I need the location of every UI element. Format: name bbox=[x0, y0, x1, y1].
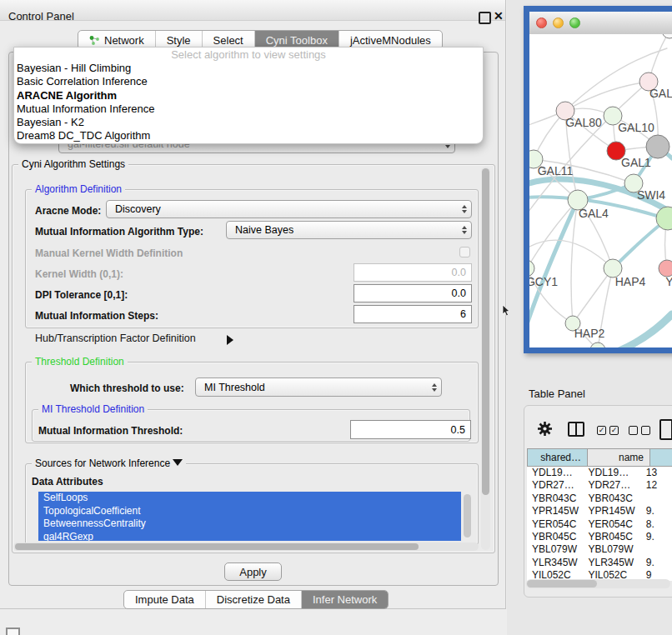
mi-type-label: Mutual Information Algorithm Type: bbox=[35, 226, 203, 238]
table-row[interactable]: YDR27…YDR27…12 bbox=[527, 479, 672, 492]
data-attribute-item[interactable]: SelfLoops bbox=[38, 492, 461, 505]
network-window-titlebar[interactable] bbox=[529, 12, 672, 35]
algorithm-option[interactable]: Dream8 DC_TDC Algorithm bbox=[14, 129, 483, 142]
data-attribute-item[interactable]: BetweennessCentrality bbox=[38, 518, 461, 531]
control-panel-titlebar[interactable] bbox=[0, 0, 505, 21]
network-icon bbox=[89, 35, 100, 46]
network-edge[interactable] bbox=[565, 82, 649, 111]
table-cell: YPR145W bbox=[527, 505, 583, 518]
table-row[interactable]: YBL079WYBL079W bbox=[527, 543, 672, 556]
tab-discretize-data[interactable]: Discretize Data bbox=[206, 591, 302, 608]
table-cell: YPR145W bbox=[583, 505, 640, 518]
table-panel-title: Table Panel bbox=[529, 388, 585, 400]
expand-arrow-icon[interactable] bbox=[227, 332, 233, 347]
unchecked-box-icon[interactable] bbox=[629, 426, 638, 435]
network-node-y[interactable] bbox=[659, 260, 672, 277]
tab-label: Style bbox=[167, 34, 191, 47]
panel-title: Control Panel bbox=[8, 10, 74, 22]
minimized-panel-icon[interactable] bbox=[6, 628, 20, 635]
mi-threshold-field[interactable]: 0.5 bbox=[350, 420, 471, 439]
table-cell: 12 bbox=[641, 479, 672, 492]
tab-label: Infer Network bbox=[313, 593, 377, 606]
network-node[interactable] bbox=[590, 342, 605, 348]
algorithm-option[interactable]: Bayesian - Hill Climbing bbox=[14, 62, 483, 75]
node-label: GAL80 bbox=[565, 116, 602, 129]
tab-label: Cyni Toolbox bbox=[266, 34, 328, 47]
algorithm-definition-title: Algorithm Definition bbox=[32, 183, 125, 195]
network-node[interactable] bbox=[646, 135, 669, 158]
table-cell: YER054C bbox=[527, 518, 583, 531]
data-attribute-item[interactable]: TopologicalCoefficient bbox=[38, 505, 461, 518]
gear-icon[interactable] bbox=[537, 421, 553, 437]
dpi-tolerance-field[interactable]: 0.0 bbox=[354, 284, 472, 302]
algorithm-option[interactable]: Bayesian - K2 bbox=[14, 116, 483, 129]
table-row[interactable]: YBR045CYBR045C9. bbox=[527, 531, 672, 543]
table-cell: 9. bbox=[641, 505, 672, 518]
data-attributes-list[interactable]: SelfLoopsTopologicalCoefficientBetweenne… bbox=[38, 492, 461, 541]
manual-kernel-checkbox[interactable] bbox=[459, 247, 470, 258]
network-edge[interactable] bbox=[597, 314, 672, 348]
mi-type-combo[interactable]: Naive Bayes bbox=[226, 221, 472, 239]
attributes-list-scrollbar-thumb[interactable] bbox=[464, 494, 471, 538]
which-threshold-combo[interactable]: MI Threshold bbox=[195, 378, 442, 397]
algorithm-option[interactable]: Mutual Information Inference bbox=[14, 102, 483, 116]
tab-infer-network[interactable]: Infer Network bbox=[302, 591, 388, 608]
table-cell: YDR27… bbox=[583, 479, 640, 492]
table-row[interactable]: YPR145WYPR145W9. bbox=[527, 505, 672, 518]
network-canvas[interactable]: GALGAL80GAL10GAL1GAL11SWI4GAL4GCY1HAP4YH… bbox=[529, 34, 672, 348]
column-header[interactable]: name bbox=[588, 448, 650, 467]
minimize-window-icon[interactable] bbox=[553, 18, 564, 28]
tab-impute-data[interactable]: Impute Data bbox=[124, 591, 206, 608]
tab-label: Impute Data bbox=[135, 593, 194, 606]
column-header[interactable]: shared… bbox=[527, 448, 588, 467]
table-row[interactable]: YDL19…YDL19…13 bbox=[527, 467, 672, 479]
network-canvas-container[interactable]: GALGAL80GAL10GAL1GAL11SWI4GAL4GCY1HAP4YH… bbox=[529, 34, 672, 348]
zoom-window-icon[interactable] bbox=[569, 18, 580, 28]
table-row[interactable]: YER054CYER054C8. bbox=[527, 518, 672, 531]
table-row[interactable]: YLR345WYLR345W9. bbox=[527, 557, 672, 569]
network-edge[interactable] bbox=[613, 219, 667, 268]
float-panel-icon[interactable] bbox=[479, 12, 491, 24]
node-label: GAL1 bbox=[621, 156, 651, 169]
table-header: shared…name bbox=[527, 448, 672, 467]
table-cell: YDL19… bbox=[527, 467, 583, 479]
mouse-cursor bbox=[502, 305, 510, 317]
kernel-width-field[interactable]: 0.0 bbox=[354, 263, 472, 282]
column-header[interactable] bbox=[650, 448, 672, 467]
collapse-arrow-icon[interactable] bbox=[173, 458, 183, 469]
close-window-icon[interactable] bbox=[536, 18, 547, 28]
checked-box-icon[interactable]: ✓ bbox=[609, 426, 619, 435]
aracne-mode-combo[interactable]: Discovery bbox=[106, 200, 472, 218]
manual-kernel-label: Manual Kernel Width Definition bbox=[35, 248, 183, 259]
settings-horizontal-scrollbar-thumb[interactable] bbox=[15, 543, 419, 550]
table-cell: 8. bbox=[641, 518, 672, 531]
unchecked-box-icon[interactable] bbox=[641, 426, 650, 435]
hub-definition-label[interactable]: Hub/Transcription Factor Definition bbox=[35, 332, 196, 344]
checked-box-icon[interactable]: ✓ bbox=[597, 426, 606, 435]
network-edge[interactable] bbox=[529, 200, 578, 332]
aracne-mode-label: Aracne Mode: bbox=[35, 205, 101, 217]
aracne-mode-value: Discovery bbox=[115, 203, 161, 215]
data-attribute-item[interactable]: gal4RGexp bbox=[38, 531, 461, 542]
sources-group-title: Sources for Network Inference bbox=[32, 458, 186, 469]
settings-vertical-scrollbar-thumb[interactable] bbox=[482, 168, 489, 495]
network-edge[interactable] bbox=[571, 200, 578, 323]
apply-button[interactable]: Apply bbox=[224, 562, 282, 581]
node-label: GAL bbox=[649, 87, 672, 100]
network-node[interactable] bbox=[662, 34, 672, 38]
split-columns-icon[interactable] bbox=[568, 422, 584, 437]
algorithm-option[interactable]: Basic Correlation Inference bbox=[14, 75, 483, 88]
app-screen: Control Panel ✕ NetworkStyleSelectCyni T… bbox=[0, 0, 672, 635]
mi-steps-field[interactable]: 6 bbox=[354, 305, 472, 323]
node-label: SWI4 bbox=[637, 188, 665, 202]
table-row[interactable]: YBR043CYBR043C bbox=[527, 492, 672, 505]
algorithm-option[interactable]: ARACNE Algorithm bbox=[14, 89, 483, 102]
document-icon[interactable] bbox=[659, 419, 672, 440]
table-horizontal-scrollbar-thumb[interactable] bbox=[527, 580, 597, 588]
network-node-gcy1[interactable] bbox=[529, 260, 534, 277]
settings-group-title: Cyni Algorithm Settings bbox=[18, 158, 128, 170]
close-panel-icon[interactable]: ✕ bbox=[494, 9, 504, 22]
table-cell: YBL079W bbox=[583, 543, 640, 556]
table-cell: 9. bbox=[641, 531, 672, 543]
table-cell: YBR045C bbox=[583, 531, 640, 543]
